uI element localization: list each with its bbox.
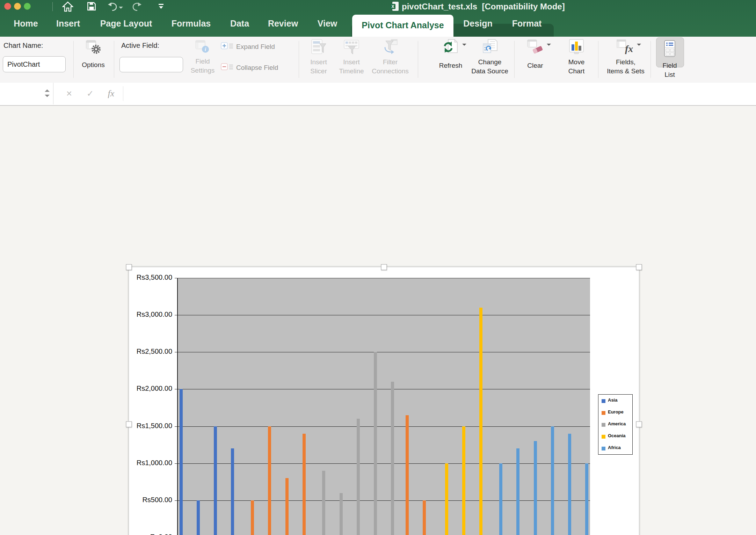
formula-cancel-button[interactable]: × [62,83,76,104]
chart-resize-handle[interactable] [636,421,642,427]
formula-input[interactable] [124,83,756,104]
clear-button[interactable]: Clear [519,39,551,70]
bar-africa-ada-q1[interactable] [551,426,554,535]
chart-card[interactable]: Rs3,500.00Rs3,000.00Rs2,500.00Rs2,000.00… [129,267,639,535]
bar-europe-james-q2[interactable] [268,426,271,535]
y-axis-line [177,278,178,535]
refresh-button[interactable]: Refresh [433,39,468,70]
change-data-source-icon [482,39,498,56]
svg-text:fx: fx [625,43,633,54]
tab-home[interactable]: Home [14,12,38,37]
refresh-dropdown-caret[interactable] [462,44,466,48]
name-box[interactable] [0,83,53,104]
field-list-button[interactable]: Field List [655,40,685,79]
bar-oceania-elvis-q3[interactable] [445,463,448,535]
y-tick-label: Rs3,000.00 [129,310,172,318]
bar-america-miya-q4[interactable] [391,382,394,535]
bar-africa-jean-q2[interactable] [516,448,519,535]
title-bar: X pivotChart_test.xls [Compatibility Mod… [0,0,756,37]
chart-resize-handle[interactable] [636,264,642,270]
filter-connections-button[interactable]: Filter Connections [370,39,411,76]
redo-icon [131,1,143,13]
undo-dropdown-caret[interactable] [119,7,123,11]
expand-field-icon [221,42,233,51]
undo-button[interactable] [107,1,123,13]
tab-format[interactable]: Format [512,12,542,37]
quick-access-separator [52,2,53,11]
y-tick-label: Rs1,500.00 [129,422,172,430]
tab-data[interactable]: Data [230,12,249,37]
formula-enter-button[interactable]: ✓ [83,83,97,104]
legend-swatch-africa [602,447,605,450]
tab-page-layout[interactable]: Page Layout [100,12,152,37]
home-icon [62,1,73,13]
clear-dropdown-caret[interactable] [547,44,551,48]
chart-name-input[interactable]: PivotChart [3,56,66,72]
change-data-source-label: Change Data Source [471,58,508,76]
save-button[interactable] [87,1,96,13]
field-list-icon [663,40,677,59]
bar-africa-jean-q3[interactable] [534,441,537,535]
bar-asia-david-q2[interactable] [197,500,200,535]
bar-asia-david-q1[interactable] [180,389,183,535]
bar-asia-david-q4[interactable] [214,426,217,535]
fields-items-sets-button[interactable]: fx Fields, Items & Sets [603,39,648,76]
y-tick-label: Rs0.00 [129,533,172,535]
expand-field-button[interactable]: Expand Field [221,42,275,51]
sheet-area[interactable]: Rs3,500.00Rs3,000.00Rs2,500.00Rs2,000.00… [0,106,756,535]
close-button[interactable] [4,3,11,10]
insert-function-button[interactable]: fx [104,83,118,104]
chart-resize-handle[interactable] [126,264,132,270]
bar-asia-david-q3[interactable] [231,448,234,535]
tab-insert[interactable]: Insert [56,12,80,37]
tab-design[interactable]: Design [463,12,492,37]
move-chart-label: Move Chart [568,58,584,76]
plot-area[interactable] [178,278,590,535]
fields-items-sets-dropdown-caret[interactable] [637,44,641,48]
options-button[interactable]: Options [78,39,109,69]
zoom-button[interactable] [24,3,31,10]
collapse-field-button[interactable]: Collapse Field [221,63,278,72]
bar-oceania-elvis-q4[interactable] [479,308,482,535]
bar-america-miya-q3[interactable] [322,471,325,535]
bar-africa-ada-q2[interactable] [568,434,571,535]
insert-timeline-button[interactable]: Insert Timeline [335,39,368,76]
move-chart-button[interactable]: Move Chart [560,39,593,76]
chart-resize-handle[interactable] [126,421,132,427]
home-button[interactable] [62,1,73,13]
bar-europe-james-q4[interactable] [303,434,306,535]
change-data-source-button[interactable]: Change Data Source [470,39,509,76]
expand-field-label: Expand Field [236,43,275,51]
bar-america-miya-q1[interactable] [357,419,360,535]
ribbon-tab-row: Home Insert Page Layout Formulas Data Re… [0,12,756,37]
bar-oceania-elvis-q3[interactable] [462,426,465,535]
chart-resize-handle[interactable] [381,264,387,270]
gridline [178,389,590,389]
quick-access-customize-button[interactable] [158,3,164,12]
tab-view[interactable]: View [318,12,337,37]
bar-europe-james-q3[interactable] [285,478,289,535]
tab-formulas[interactable]: Formulas [172,12,211,37]
legend-swatch-asia [602,399,605,403]
bar-africa-ada-q3[interactable] [585,463,588,535]
bar-europe-elvis-q2[interactable] [423,500,426,535]
bar-america-miya-q2[interactable] [374,352,377,535]
filter-connections-label: Filter Connections [372,58,409,76]
redo-button[interactable] [131,1,143,13]
minimize-button[interactable] [14,3,21,10]
name-box-down-arrow[interactable] [45,95,50,100]
field-settings-label: Field Settings [191,57,215,75]
tab-pivot-chart-analyse[interactable]: Pivot Chart Analyse [352,15,453,37]
insert-slicer-button[interactable]: Insert Slicer [303,39,334,76]
field-settings-button[interactable]: i Field Settings [187,39,219,75]
bar-europe-elvis-q1[interactable] [406,415,409,535]
legend-label-europe: Europe [608,409,624,415]
name-box-up-arrow[interactable] [45,87,50,92]
bar-africa-jean-q1[interactable] [499,463,502,535]
clear-icon [527,39,543,56]
y-tick-label: Rs500.00 [129,496,172,504]
bar-america-miya-q1[interactable] [340,493,343,535]
active-field-input[interactable] [119,57,183,72]
bar-europe-james-q1[interactable] [251,500,254,535]
tab-review[interactable]: Review [268,12,298,37]
